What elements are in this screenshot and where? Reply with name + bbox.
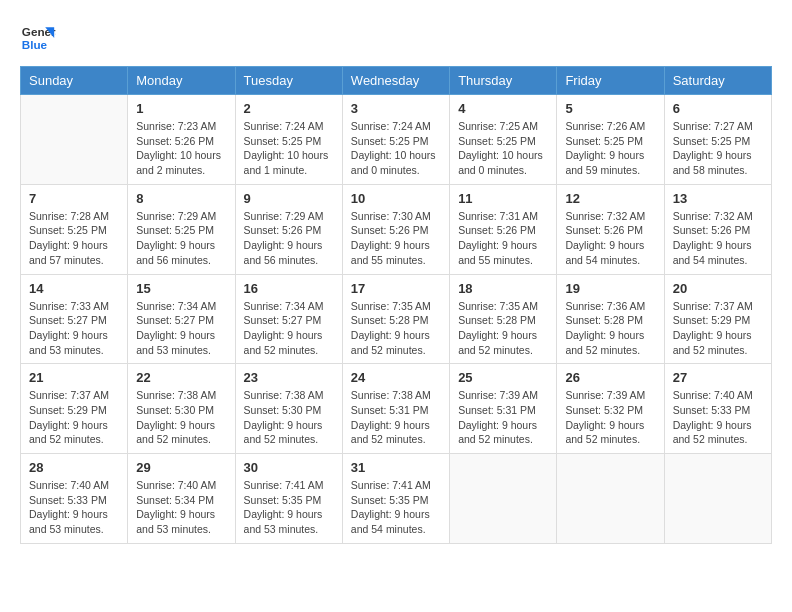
- day-info: Sunrise: 7:37 AMSunset: 5:29 PMDaylight:…: [29, 388, 119, 447]
- day-number: 4: [458, 101, 548, 116]
- calendar-cell: 23Sunrise: 7:38 AMSunset: 5:30 PMDayligh…: [235, 364, 342, 454]
- calendar-cell: 14Sunrise: 7:33 AMSunset: 5:27 PMDayligh…: [21, 274, 128, 364]
- calendar-cell: 22Sunrise: 7:38 AMSunset: 5:30 PMDayligh…: [128, 364, 235, 454]
- calendar-cell: 19Sunrise: 7:36 AMSunset: 5:28 PMDayligh…: [557, 274, 664, 364]
- calendar-cell: [557, 454, 664, 544]
- calendar-cell: 13Sunrise: 7:32 AMSunset: 5:26 PMDayligh…: [664, 184, 771, 274]
- calendar-row-3: 21Sunrise: 7:37 AMSunset: 5:29 PMDayligh…: [21, 364, 772, 454]
- day-info: Sunrise: 7:36 AMSunset: 5:28 PMDaylight:…: [565, 299, 655, 358]
- calendar-cell: [450, 454, 557, 544]
- calendar-cell: 26Sunrise: 7:39 AMSunset: 5:32 PMDayligh…: [557, 364, 664, 454]
- day-info: Sunrise: 7:40 AMSunset: 5:33 PMDaylight:…: [673, 388, 763, 447]
- calendar-cell: 4Sunrise: 7:25 AMSunset: 5:25 PMDaylight…: [450, 95, 557, 185]
- calendar-cell: 25Sunrise: 7:39 AMSunset: 5:31 PMDayligh…: [450, 364, 557, 454]
- day-number: 3: [351, 101, 441, 116]
- calendar-table: SundayMondayTuesdayWednesdayThursdayFrid…: [20, 66, 772, 544]
- day-number: 6: [673, 101, 763, 116]
- page-header: General Blue: [20, 20, 772, 56]
- calendar-cell: 8Sunrise: 7:29 AMSunset: 5:25 PMDaylight…: [128, 184, 235, 274]
- calendar-row-1: 7Sunrise: 7:28 AMSunset: 5:25 PMDaylight…: [21, 184, 772, 274]
- day-info: Sunrise: 7:37 AMSunset: 5:29 PMDaylight:…: [673, 299, 763, 358]
- day-info: Sunrise: 7:27 AMSunset: 5:25 PMDaylight:…: [673, 119, 763, 178]
- day-number: 5: [565, 101, 655, 116]
- calendar-cell: 3Sunrise: 7:24 AMSunset: 5:25 PMDaylight…: [342, 95, 449, 185]
- day-info: Sunrise: 7:29 AMSunset: 5:25 PMDaylight:…: [136, 209, 226, 268]
- calendar-cell: 31Sunrise: 7:41 AMSunset: 5:35 PMDayligh…: [342, 454, 449, 544]
- calendar-cell: 27Sunrise: 7:40 AMSunset: 5:33 PMDayligh…: [664, 364, 771, 454]
- day-info: Sunrise: 7:41 AMSunset: 5:35 PMDaylight:…: [244, 478, 334, 537]
- header-cell-friday: Friday: [557, 67, 664, 95]
- header-cell-saturday: Saturday: [664, 67, 771, 95]
- header-row: SundayMondayTuesdayWednesdayThursdayFrid…: [21, 67, 772, 95]
- day-number: 10: [351, 191, 441, 206]
- calendar-body: 1Sunrise: 7:23 AMSunset: 5:26 PMDaylight…: [21, 95, 772, 544]
- day-info: Sunrise: 7:23 AMSunset: 5:26 PMDaylight:…: [136, 119, 226, 178]
- day-number: 21: [29, 370, 119, 385]
- day-info: Sunrise: 7:30 AMSunset: 5:26 PMDaylight:…: [351, 209, 441, 268]
- day-number: 17: [351, 281, 441, 296]
- day-number: 28: [29, 460, 119, 475]
- calendar-cell: 10Sunrise: 7:30 AMSunset: 5:26 PMDayligh…: [342, 184, 449, 274]
- day-number: 23: [244, 370, 334, 385]
- day-info: Sunrise: 7:31 AMSunset: 5:26 PMDaylight:…: [458, 209, 548, 268]
- header-cell-sunday: Sunday: [21, 67, 128, 95]
- calendar-cell: 30Sunrise: 7:41 AMSunset: 5:35 PMDayligh…: [235, 454, 342, 544]
- calendar-cell: 9Sunrise: 7:29 AMSunset: 5:26 PMDaylight…: [235, 184, 342, 274]
- day-info: Sunrise: 7:29 AMSunset: 5:26 PMDaylight:…: [244, 209, 334, 268]
- day-info: Sunrise: 7:38 AMSunset: 5:30 PMDaylight:…: [136, 388, 226, 447]
- calendar-cell: 6Sunrise: 7:27 AMSunset: 5:25 PMDaylight…: [664, 95, 771, 185]
- day-number: 22: [136, 370, 226, 385]
- calendar-cell: 11Sunrise: 7:31 AMSunset: 5:26 PMDayligh…: [450, 184, 557, 274]
- calendar-cell: 16Sunrise: 7:34 AMSunset: 5:27 PMDayligh…: [235, 274, 342, 364]
- calendar-cell: 18Sunrise: 7:35 AMSunset: 5:28 PMDayligh…: [450, 274, 557, 364]
- header-cell-wednesday: Wednesday: [342, 67, 449, 95]
- calendar-cell: 20Sunrise: 7:37 AMSunset: 5:29 PMDayligh…: [664, 274, 771, 364]
- day-number: 30: [244, 460, 334, 475]
- day-info: Sunrise: 7:35 AMSunset: 5:28 PMDaylight:…: [458, 299, 548, 358]
- day-info: Sunrise: 7:39 AMSunset: 5:31 PMDaylight:…: [458, 388, 548, 447]
- day-number: 8: [136, 191, 226, 206]
- calendar-cell: 21Sunrise: 7:37 AMSunset: 5:29 PMDayligh…: [21, 364, 128, 454]
- day-info: Sunrise: 7:40 AMSunset: 5:33 PMDaylight:…: [29, 478, 119, 537]
- calendar-header: SundayMondayTuesdayWednesdayThursdayFrid…: [21, 67, 772, 95]
- day-info: Sunrise: 7:32 AMSunset: 5:26 PMDaylight:…: [565, 209, 655, 268]
- day-number: 19: [565, 281, 655, 296]
- calendar-cell: 28Sunrise: 7:40 AMSunset: 5:33 PMDayligh…: [21, 454, 128, 544]
- calendar-cell: 12Sunrise: 7:32 AMSunset: 5:26 PMDayligh…: [557, 184, 664, 274]
- day-info: Sunrise: 7:32 AMSunset: 5:26 PMDaylight:…: [673, 209, 763, 268]
- day-info: Sunrise: 7:24 AMSunset: 5:25 PMDaylight:…: [244, 119, 334, 178]
- day-number: 13: [673, 191, 763, 206]
- day-number: 25: [458, 370, 548, 385]
- calendar-cell: 24Sunrise: 7:38 AMSunset: 5:31 PMDayligh…: [342, 364, 449, 454]
- day-number: 9: [244, 191, 334, 206]
- day-info: Sunrise: 7:38 AMSunset: 5:31 PMDaylight:…: [351, 388, 441, 447]
- calendar-cell: 1Sunrise: 7:23 AMSunset: 5:26 PMDaylight…: [128, 95, 235, 185]
- calendar-row-0: 1Sunrise: 7:23 AMSunset: 5:26 PMDaylight…: [21, 95, 772, 185]
- day-info: Sunrise: 7:34 AMSunset: 5:27 PMDaylight:…: [136, 299, 226, 358]
- calendar-row-2: 14Sunrise: 7:33 AMSunset: 5:27 PMDayligh…: [21, 274, 772, 364]
- day-info: Sunrise: 7:26 AMSunset: 5:25 PMDaylight:…: [565, 119, 655, 178]
- day-number: 16: [244, 281, 334, 296]
- day-info: Sunrise: 7:24 AMSunset: 5:25 PMDaylight:…: [351, 119, 441, 178]
- day-number: 18: [458, 281, 548, 296]
- header-cell-thursday: Thursday: [450, 67, 557, 95]
- day-number: 2: [244, 101, 334, 116]
- day-info: Sunrise: 7:25 AMSunset: 5:25 PMDaylight:…: [458, 119, 548, 178]
- day-info: Sunrise: 7:35 AMSunset: 5:28 PMDaylight:…: [351, 299, 441, 358]
- day-info: Sunrise: 7:38 AMSunset: 5:30 PMDaylight:…: [244, 388, 334, 447]
- calendar-cell: 15Sunrise: 7:34 AMSunset: 5:27 PMDayligh…: [128, 274, 235, 364]
- day-number: 11: [458, 191, 548, 206]
- day-number: 24: [351, 370, 441, 385]
- calendar-cell: 29Sunrise: 7:40 AMSunset: 5:34 PMDayligh…: [128, 454, 235, 544]
- logo: General Blue: [20, 20, 56, 56]
- day-number: 31: [351, 460, 441, 475]
- day-number: 29: [136, 460, 226, 475]
- calendar-row-4: 28Sunrise: 7:40 AMSunset: 5:33 PMDayligh…: [21, 454, 772, 544]
- calendar-cell: 5Sunrise: 7:26 AMSunset: 5:25 PMDaylight…: [557, 95, 664, 185]
- day-info: Sunrise: 7:33 AMSunset: 5:27 PMDaylight:…: [29, 299, 119, 358]
- calendar-cell: 7Sunrise: 7:28 AMSunset: 5:25 PMDaylight…: [21, 184, 128, 274]
- day-info: Sunrise: 7:40 AMSunset: 5:34 PMDaylight:…: [136, 478, 226, 537]
- day-info: Sunrise: 7:34 AMSunset: 5:27 PMDaylight:…: [244, 299, 334, 358]
- day-info: Sunrise: 7:39 AMSunset: 5:32 PMDaylight:…: [565, 388, 655, 447]
- svg-text:Blue: Blue: [22, 38, 48, 51]
